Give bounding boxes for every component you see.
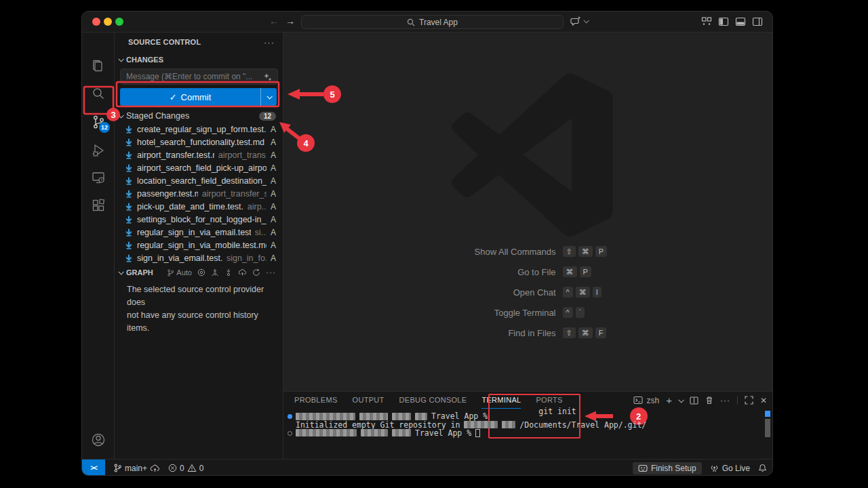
commit-button-label: Commit (181, 92, 212, 102)
refresh-icon[interactable] (252, 268, 260, 277)
file-status-added: A (271, 189, 276, 199)
fetch-icon[interactable] (211, 268, 219, 277)
finish-setup-button[interactable]: Finish Setup (633, 462, 702, 474)
staged-file-row[interactable]: passenger.test.md airport_transfer_s... … (115, 187, 283, 200)
redacted-prompt (392, 413, 411, 420)
customize-layout-icon[interactable] (701, 16, 712, 27)
cloud-push-icon[interactable] (238, 268, 247, 277)
panel-tab[interactable]: DEBUG CONSOLE (399, 392, 467, 409)
file-download-arrow-icon (125, 177, 133, 185)
file-path-hint: sign_in_fo... (226, 253, 267, 263)
staged-files-list: create_regular_sign_up_form.test.md A ho… (115, 123, 283, 264)
staged-file-row[interactable]: airport_transfer.test.md airport_trans..… (115, 148, 283, 161)
file-path-hint: airport_trans... (218, 150, 267, 160)
extensions-icon[interactable] (90, 197, 106, 214)
panel-more-actions-icon[interactable]: ··· (720, 396, 730, 405)
account-icon[interactable] (90, 432, 106, 448)
maximize-panel-icon[interactable] (745, 396, 753, 405)
target-icon[interactable] (197, 268, 205, 277)
zoom-traffic-light[interactable] (115, 18, 123, 26)
panel-tab[interactable]: OUTPUT (353, 392, 384, 409)
staged-file-row[interactable]: airport_search_field_pick-up_airpor... A (115, 161, 283, 174)
key-cap: I (593, 287, 601, 298)
graph-auto-toggle[interactable]: Auto (167, 268, 192, 277)
search-icon (407, 18, 415, 26)
key-cap: ^ (563, 287, 573, 298)
copilot-menu[interactable] (570, 16, 588, 26)
split-terminal-icon[interactable] (690, 396, 698, 405)
new-terminal-icon[interactable]: + (666, 394, 672, 406)
shortcut-keys: ⌘P (563, 266, 665, 277)
staged-changes-header[interactable]: Staged Changes 12 (115, 109, 283, 123)
minimize-traffic-light[interactable] (104, 18, 112, 26)
notifications-bell-icon[interactable] (758, 464, 767, 473)
nav-forward-icon[interactable]: → (285, 16, 295, 26)
staged-file-row[interactable]: regular_sign_in_via_mobile.test.md... A (115, 239, 283, 251)
problems-status-item[interactable]: 0 0 (168, 464, 203, 473)
file-name: airport_transfer.test.md (137, 150, 214, 160)
staged-file-row[interactable]: regular_sign_in_via_email.test.md si... … (115, 226, 283, 239)
chevron-down-icon[interactable] (678, 397, 684, 403)
toggle-secondary-sidebar-icon[interactable] (752, 16, 763, 27)
nav-back-icon[interactable]: ← (269, 16, 279, 26)
toggle-primary-sidebar-icon[interactable] (718, 16, 729, 27)
command-center-search[interactable]: Travel App (301, 15, 564, 29)
close-panel-icon[interactable]: ✕ (760, 396, 767, 405)
remote-indicator[interactable]: >< (82, 460, 105, 476)
shortcut-label: Toggle Terminal (393, 308, 556, 318)
branch-status-item[interactable]: main+ (113, 464, 160, 473)
toggle-panel-icon[interactable] (735, 16, 746, 27)
staged-file-row[interactable]: pick-up_date_and_time.test.md airp... A (115, 200, 283, 213)
staged-file-row[interactable]: create_regular_sign_up_form.test.md A (115, 123, 283, 136)
chevron-down-icon (267, 94, 272, 99)
redacted-path (464, 421, 498, 428)
file-status-added: A (271, 138, 276, 147)
commit-button[interactable]: ✓ Commit (120, 88, 277, 106)
source-control-icon[interactable]: 12 (90, 114, 106, 130)
staged-file-row[interactable]: location_search_field_destination_l... A (115, 174, 283, 187)
staged-file-row[interactable]: settings_block_for_not_logged-in_u... A (115, 213, 283, 226)
search-sidebar-icon[interactable] (90, 85, 106, 102)
shortcut-row: Find in Files ⇧⌘F (393, 325, 665, 340)
run-debug-icon[interactable] (90, 142, 106, 159)
file-status-added: A (271, 150, 276, 160)
graph-more-icon[interactable]: ··· (266, 268, 276, 277)
chevron-down-icon (118, 56, 123, 62)
file-path-hint: airport_transfer_s... (202, 189, 267, 199)
terminal-command-line: Travel App % git init 2 (296, 412, 762, 420)
file-status-added: A (271, 215, 276, 224)
file-name: hotel_search_functionality.test.md (137, 138, 264, 147)
terminal-scrollbar-thumb[interactable] (765, 419, 770, 437)
sidebar-title: SOURCE CONTROL (128, 38, 201, 46)
remote-explorer-icon[interactable] (90, 169, 106, 186)
file-status-added: A (271, 228, 276, 237)
explorer-icon[interactable] (90, 58, 106, 75)
changes-section-header[interactable]: CHANGES (115, 53, 283, 66)
errors-icon (168, 464, 177, 472)
sparkle-icon[interactable] (263, 73, 272, 81)
shortcut-keys: ⇧⌘F (563, 327, 665, 338)
commit-message-input[interactable]: Message (⌘Enter to commit on "... (120, 68, 278, 85)
kill-terminal-trash-icon[interactable] (705, 396, 713, 405)
staged-file-row[interactable]: hotel_search_functionality.test.md A (115, 136, 283, 148)
panel-tab[interactable]: PROBLEMS (294, 392, 338, 409)
chevron-down-icon (583, 18, 589, 23)
shortcut-row: Open Chat ^⌘I (393, 285, 665, 300)
file-path-hint: si... (255, 228, 267, 237)
graph-section-header[interactable]: GRAPH Auto ··· (115, 266, 283, 279)
key-cap: P (580, 266, 591, 277)
commit-dropdown-button[interactable] (260, 88, 277, 106)
go-live-button[interactable]: Go Live (710, 464, 750, 473)
pull-icon[interactable] (224, 268, 233, 277)
file-name: create_regular_sign_up_form.test.md (137, 125, 267, 134)
file-path-hint: airp... (248, 202, 267, 211)
terminal-content[interactable]: Travel App % git init 2 Initialized empt… (283, 410, 762, 458)
more-actions-icon[interactable]: ··· (264, 37, 275, 47)
redacted-prompt (415, 413, 427, 420)
file-name: pick-up_date_and_time.test.md (137, 202, 243, 211)
file-download-arrow-icon (125, 241, 133, 249)
staged-file-row[interactable]: sign_in_via_email.test.md sign_in_fo... … (115, 251, 283, 264)
shell-selector[interactable]: zsh (633, 396, 659, 405)
key-cap: ⌘ (563, 266, 577, 277)
close-traffic-light[interactable] (92, 18, 100, 26)
